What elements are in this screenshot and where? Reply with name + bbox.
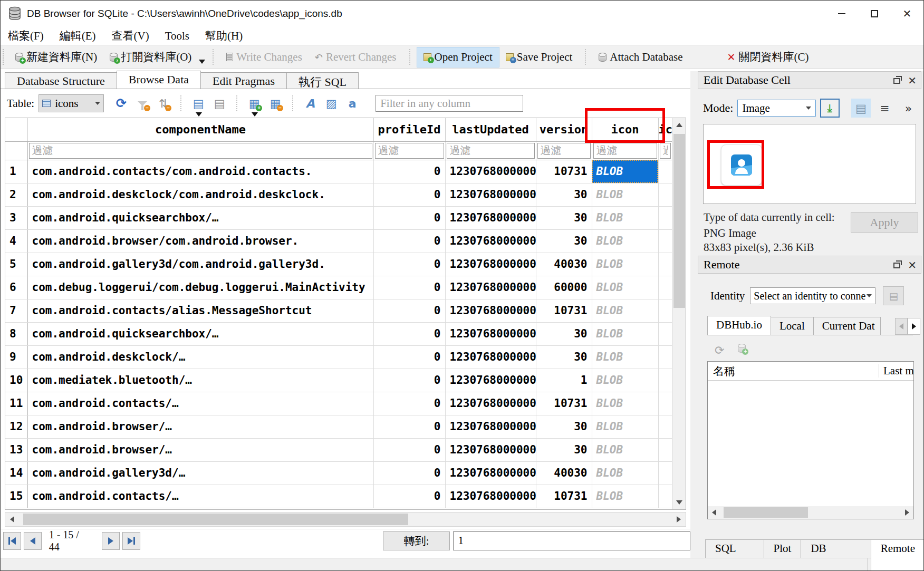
goto-input[interactable] xyxy=(453,531,690,550)
cell-version[interactable]: 30 xyxy=(536,415,592,438)
cell-profileId[interactable]: 0 xyxy=(373,461,445,485)
cell-componentName[interactable]: com.android.browser/… xyxy=(27,438,373,461)
scroll-left-button[interactable] xyxy=(708,506,720,519)
panel-splitter[interactable] xyxy=(690,71,698,558)
close-button[interactable]: ✕ xyxy=(891,1,923,27)
copy-record-button[interactable]: ▤ xyxy=(189,94,207,112)
cell-lastUpdated[interactable]: 1230768000000 xyxy=(445,160,536,183)
cell-version[interactable]: 40030 xyxy=(536,253,592,276)
identity-select[interactable]: Select an identity to conne xyxy=(750,287,875,304)
clone-database-icon[interactable]: + xyxy=(738,344,746,353)
cell-profileId[interactable]: 0 xyxy=(373,369,445,392)
apply-button[interactable]: Apply xyxy=(851,212,918,233)
menu-tools[interactable]: Tools xyxy=(165,30,189,43)
cell-lastUpdated[interactable]: 1230768000000 xyxy=(445,299,536,322)
cell-version[interactable]: 10731 xyxy=(536,485,592,508)
previous-record-button[interactable] xyxy=(24,532,42,550)
cell-componentName[interactable]: com.android.gallery3d/com.android.galler… xyxy=(27,253,373,276)
cell-componentName[interactable]: com.android.deskclock/… xyxy=(27,345,373,369)
title-bar[interactable]: DB Browser for SQLite - C:\Users\awinh\O… xyxy=(1,1,923,27)
open-database-button[interactable]: › 打開資料庫(O) xyxy=(103,46,198,67)
cell-icon[interactable]: BLOB xyxy=(592,461,658,485)
clear-filters-button[interactable]: − xyxy=(133,94,151,112)
first-record-button[interactable] xyxy=(3,532,21,550)
row-number[interactable]: 11 xyxy=(5,392,27,415)
cell-profileId[interactable]: 0 xyxy=(373,438,445,461)
cell-icon[interactable]: BLOB xyxy=(592,392,658,415)
cell-componentName[interactable]: com.android.quicksearchbox/… xyxy=(27,206,373,229)
cell-version[interactable]: 30 xyxy=(536,183,592,206)
cell-icon[interactable]: BLOB xyxy=(592,345,658,369)
cell-profileId[interactable]: 0 xyxy=(373,276,445,299)
column-header-profileId[interactable]: profileId xyxy=(373,118,445,141)
cell-version[interactable]: 30 xyxy=(536,206,592,229)
font-button[interactable]: A xyxy=(301,94,319,112)
tree-column-name[interactable]: 名稱 xyxy=(708,364,879,379)
filter-icon-input[interactable] xyxy=(593,143,657,159)
cell-version[interactable]: 30 xyxy=(536,322,592,345)
tab-current-database[interactable]: Current Dat xyxy=(813,317,881,335)
row-number[interactable]: 4 xyxy=(5,229,27,253)
cell-icon[interactable]: BLOB xyxy=(592,183,658,206)
row-number[interactable]: 10 xyxy=(5,369,27,392)
cell-lastUpdated[interactable]: 1230768000000 xyxy=(445,369,536,392)
minimize-button[interactable] xyxy=(825,1,858,27)
tab-local[interactable]: Local xyxy=(771,317,814,335)
row-number[interactable]: 15 xyxy=(5,485,27,508)
word-wrap-toggle-button[interactable]: ≡ xyxy=(875,99,894,118)
cell-lastUpdated[interactable]: 1230768000000 xyxy=(445,322,536,345)
open-database-dropdown-icon[interactable] xyxy=(199,60,205,64)
tab-dbhub[interactable]: DBHub.io xyxy=(707,316,771,335)
export-data-button[interactable]: ▤ xyxy=(851,99,871,118)
revert-changes-button[interactable]: ↶ Revert Changes xyxy=(309,47,403,67)
cell-profileId[interactable]: 0 xyxy=(373,322,445,345)
attach-database-button[interactable]: Attach Database xyxy=(592,47,689,67)
row-number[interactable]: 14 xyxy=(5,461,27,485)
menu-file[interactable]: 檔案(F) xyxy=(8,28,44,43)
write-changes-button[interactable]: Write Changes xyxy=(220,47,309,67)
filter-profileId-input[interactable] xyxy=(375,143,444,159)
scroll-right-button[interactable] xyxy=(901,506,913,519)
vertical-scrollbar[interactable] xyxy=(672,118,686,509)
tab-remote[interactable]: Remote xyxy=(871,539,924,571)
tab-execute-sql[interactable]: 執行 SQL xyxy=(286,72,359,89)
scroll-left-button[interactable] xyxy=(5,512,19,526)
cell-icon[interactable]: BLOB xyxy=(592,438,658,461)
import-data-button[interactable]: ⤓ xyxy=(820,99,840,118)
tree-horizontal-scrollbar[interactable] xyxy=(708,506,913,519)
filter-lastUpdated-input[interactable] xyxy=(447,143,535,159)
print-button[interactable]: ▤ xyxy=(210,94,228,112)
cell-version[interactable]: 10731 xyxy=(536,392,592,415)
cell-profileId[interactable]: 0 xyxy=(373,160,445,183)
table-select[interactable]: icons xyxy=(38,94,104,112)
cell-lastUpdated[interactable]: 1230768000000 xyxy=(445,183,536,206)
identity-clone-button[interactable]: ▤ xyxy=(883,286,904,305)
cell-componentName[interactable]: com.android.deskclock/com.android.deskcl… xyxy=(27,183,373,206)
cell-profileId[interactable]: 0 xyxy=(373,345,445,369)
cell-lastUpdated[interactable]: 1230768000000 xyxy=(445,392,536,415)
cell-componentName[interactable]: com.android.contacts/… xyxy=(27,485,373,508)
cell-profileId[interactable]: 0 xyxy=(373,485,445,508)
horizontal-scrollbar-thumb[interactable] xyxy=(23,514,408,525)
row-number[interactable]: 9 xyxy=(5,345,27,369)
column-header-version[interactable]: version xyxy=(536,118,592,141)
refresh-button[interactable]: ⟳ xyxy=(112,94,130,112)
cell-componentName[interactable]: com.android.contacts/… xyxy=(27,392,373,415)
open-project-button[interactable]: › Open Project xyxy=(417,47,499,67)
cell-lastUpdated[interactable]: 1230768000000 xyxy=(445,485,536,508)
cell-componentName[interactable]: com.debug.loggerui/com.debug.loggerui.Ma… xyxy=(27,276,373,299)
cell-version[interactable]: 40030 xyxy=(536,461,592,485)
cell-componentName[interactable]: com.android.browser/… xyxy=(27,415,373,438)
cell-componentName[interactable]: com.android.contacts/alias.MessageShortc… xyxy=(27,299,373,322)
cell-lastUpdated[interactable]: 1230768000000 xyxy=(445,345,536,369)
next-record-button[interactable] xyxy=(102,532,120,550)
cell-lastUpdated[interactable]: 1230768000000 xyxy=(445,253,536,276)
tab-edit-pragmas[interactable]: Edit Pragmas xyxy=(200,72,287,89)
cell-version[interactable]: 10731 xyxy=(536,299,592,322)
cell-icon[interactable]: BLOB xyxy=(592,276,658,299)
cell-version[interactable]: 10731 xyxy=(536,160,592,183)
cell-version[interactable]: 1 xyxy=(536,369,592,392)
more-options-button[interactable]: » xyxy=(899,99,918,118)
filter-partial-input[interactable] xyxy=(660,143,671,159)
global-filter-input[interactable] xyxy=(376,95,523,112)
